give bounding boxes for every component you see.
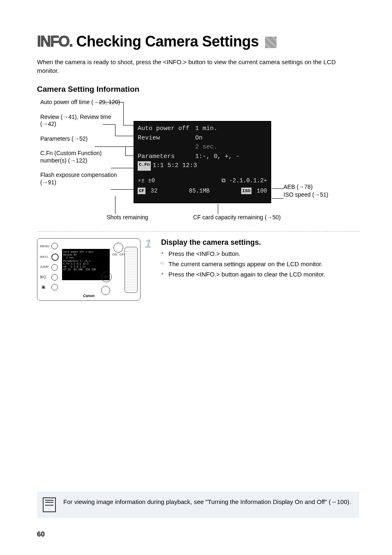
settings-diagram: Auto power off time (→29, 120) Review (→… [37,99,357,226]
jump-button-icon [51,264,58,271]
camera-illustration: MENU INFO. JUMP ⊞Q ▣ Auto power off 1 mi… [37,238,141,301]
right-callouts: AEB (→78) ISO speed (→51) [284,183,328,199]
step-item: Press the <INFO.> button. [161,249,325,258]
cf-card-icon: CF [138,188,145,195]
menu-button-label: MENU [40,244,50,248]
screen-value-parameters: 1:-, 0, +, - [195,152,267,162]
leader-line [272,188,284,189]
zoom-button-label: ⊞Q [40,275,46,279]
step-item: The current camera settings appear on th… [161,260,325,268]
set-button-label: SET [103,275,110,279]
step-number: 1 [145,237,152,251]
callout-parameters: Parameters (→52) [40,135,127,143]
leader-line [272,198,284,199]
step-block: MENU INFO. JUMP ⊞Q ▣ Auto power off 1 mi… [37,231,359,301]
screen-value-review: On [195,134,267,143]
page-title: INFO. Checking Camera Settings [37,33,359,50]
camera-grip [125,247,138,293]
screen-value-aeb: -2.1.0.1.2+ [229,177,267,184]
on-label: ON [112,253,117,256]
callout-aeb: AEB (→78) [284,183,328,191]
power-dial-icon [113,243,123,253]
leader-line [111,189,134,190]
intro-paragraph: When the camera is ready to shoot, press… [37,58,359,75]
info-button-label: INFO. [40,255,48,259]
callout-iso: ISO speed (→51) [284,191,328,199]
note-text: For viewing image information during pla… [63,497,351,506]
leader-line [115,196,115,214]
leader-line [99,102,123,102]
leader-line [125,146,126,156]
iso-icon: ISO [241,188,252,195]
play-button-icon [51,284,58,290]
screen-value-shots: 32 [151,188,158,194]
callout-shots-remaining: Shots remaining [86,214,168,221]
screen-value-cfn: 1:1 5:2 12:3 [152,161,197,171]
callout-capacity: CF card capacity remaining (→50) [193,214,281,221]
leader-line [218,204,218,214]
section-heading: Camera Setting Information [37,85,359,94]
flash-icon: ⚡± [138,177,145,184]
screen-value-autopoweroff: 1 min. [195,124,267,134]
screen-value-flash: ±0 [148,177,155,184]
bottom-callouts: Shots remaining CF card capacity remaini… [78,214,325,221]
aeb-icon: ⧉ [221,177,226,184]
step-title: Display the camera settings. [161,238,325,247]
zoom-button-icon [51,274,58,281]
leader-line [123,102,124,125]
screen-cfn-icon: C.Fn [138,161,151,171]
title-main: Checking Camera Settings [76,33,259,50]
callout-review: Review (→41), Review time (→42) [40,114,127,128]
step-instructions: 1 Display the camera settings. Press the… [161,238,325,301]
callout-flash: Flash exposure compensation (→91) [40,172,127,186]
leader-line [125,156,134,156]
leader-line [115,136,134,136]
step-list: Press the <INFO.> button. The current ca… [161,249,325,279]
play-button-label: ▣ [42,285,45,289]
screen-value-iso: 100 [257,188,267,194]
leader-line [103,124,115,125]
title-ornament-icon [265,37,277,48]
screen-value-capacity: 85.1MB [189,187,210,195]
canon-logo: Canon [83,294,95,298]
menu-button-icon [51,243,58,249]
screen-value-reviewtime: 2 sec. [195,143,267,152]
jump-button-label: JUMP [40,265,49,269]
leader-line [123,125,134,125]
lcd-screen: Auto power off 1 min. Review On 2 sec. P… [134,121,271,203]
screen-label-review: Review [138,134,195,143]
nav-dial-icon [101,286,110,295]
note-icon [43,497,56,512]
page-number: 60 [37,530,45,539]
title-prefix: INFO. [37,33,72,50]
leader-line [111,168,134,168]
left-callouts: Auto power off time (→29, 120) Review (→… [40,99,127,193]
screen-label-parameters: Parameters [138,152,195,162]
leader-line [115,124,115,136]
leader-line [95,146,134,147]
screen-label-autopoweroff: Auto power off [138,124,195,134]
note-box: For viewing image information during pla… [37,492,359,518]
callout-cfn: C.Fn (Custom Function) number(s) (→122) [40,150,127,164]
info-button-icon [51,253,59,261]
step-item: Press the <INFO.> button again to clear … [161,270,325,279]
